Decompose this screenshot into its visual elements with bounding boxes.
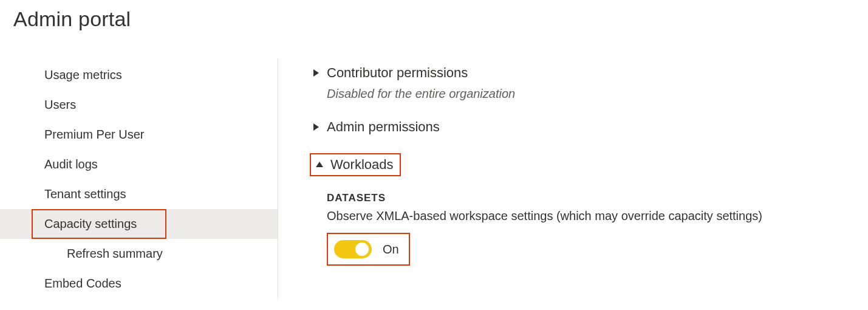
sidebar-item-refresh-summary[interactable]: Refresh summary [0,239,278,269]
sidebar-item-users[interactable]: Users [0,90,278,120]
section-header-contributor-permissions[interactable]: Contributor permissions [310,63,868,83]
toggle-knob [355,243,369,256]
section-title: Admin permissions [327,119,440,135]
subsection-description: Observe XMLA-based workspace settings (w… [327,209,868,223]
section-title: Contributor permissions [327,65,468,81]
toggle-state-label: On [383,243,399,257]
section-title: Workloads [330,157,394,173]
caret-right-icon [310,123,322,131]
content-area: Usage metrics Users Premium Per User Aud… [0,58,868,298]
page-title: Admin portal [0,0,868,31]
section-workloads: Workloads DATASETS Observe XMLA-based wo… [310,153,868,266]
caret-up-icon [313,161,326,168]
svg-marker-0 [313,69,319,77]
caret-right-icon [310,69,322,77]
sidebar-item-capacity-settings-wrap: Capacity settings [0,209,278,239]
sidebar-nav: Usage metrics Users Premium Per User Aud… [0,58,278,298]
sidebar-item-premium-per-user[interactable]: Premium Per User [0,120,278,150]
sidebar-item-capacity-settings[interactable]: Capacity settings [0,209,278,239]
section-contributor-permissions: Contributor permissions Disabled for the… [310,63,868,101]
subsection-heading-datasets: DATASETS [327,192,868,204]
svg-marker-1 [313,123,319,131]
sidebar-item-embed-codes[interactable]: Embed Codes [0,269,278,298]
sidebar-item-audit-logs[interactable]: Audit logs [0,150,278,179]
highlight-annotation: Workloads [310,153,401,176]
main-panel: Contributor permissions Disabled for the… [278,58,868,298]
section-subtext: Disabled for the entire organization [327,87,868,101]
section-admin-permissions: Admin permissions [310,117,868,137]
highlight-annotation: On [327,233,410,266]
sidebar-item-usage-metrics[interactable]: Usage metrics [0,60,278,90]
section-header-admin-permissions[interactable]: Admin permissions [310,117,868,137]
svg-marker-2 [316,162,323,167]
toggle-row: On [327,233,868,266]
section-header-workloads[interactable]: Workloads [313,157,394,173]
sidebar-item-tenant-settings[interactable]: Tenant settings [0,179,278,209]
xmla-toggle[interactable] [334,240,372,258]
